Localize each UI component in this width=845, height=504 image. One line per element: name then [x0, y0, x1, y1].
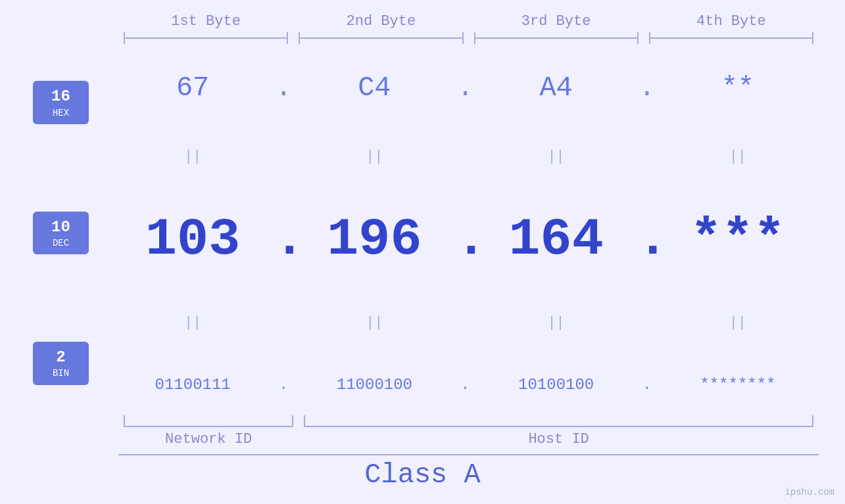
bottom-bracket-network: [124, 415, 293, 427]
eq2-b2: ||: [293, 315, 455, 331]
bin-b4: ********: [657, 376, 819, 394]
bin-b3: 10100100: [475, 376, 637, 394]
equals-row-1: || || || ||: [112, 147, 819, 167]
hex-dot1: .: [274, 72, 293, 104]
bin-num: 2: [41, 347, 81, 367]
hex-badge: 16 HEX: [33, 81, 89, 124]
eq2-b3: ||: [475, 315, 637, 331]
dec-dot2: .: [456, 210, 475, 269]
dec-b2: 196: [293, 210, 455, 269]
hex-b2: C4: [293, 72, 455, 104]
hex-dot3: .: [637, 72, 657, 104]
hex-row: 67 . C4 . A4 . **: [112, 72, 819, 104]
class-label: Class A: [364, 459, 480, 491]
byte2-header: 2nd Byte: [293, 13, 468, 32]
host-id-label: Host ID: [304, 431, 813, 447]
dec-b4: ***: [657, 210, 819, 269]
equals-row-2: || || || ||: [112, 313, 819, 332]
eq1-b1: ||: [112, 149, 274, 165]
bottom-labels: Network ID Host ID: [26, 431, 819, 447]
network-id-label: Network ID: [124, 431, 293, 447]
bracket-byte3: [474, 32, 639, 44]
hex-dot2: .: [456, 72, 475, 104]
watermark: ipshu.com: [785, 487, 834, 497]
hex-num: 16: [41, 86, 81, 106]
bin-b1: 01100111: [112, 376, 274, 394]
dec-num: 10: [41, 217, 81, 237]
byte3-header: 3rd Byte: [469, 13, 644, 32]
bin-b2: 11000100: [293, 376, 455, 394]
dec-b1: 103: [112, 210, 274, 269]
base-labels: 16 HEX 10 DEC 2 BIN: [26, 51, 112, 415]
bin-name: BIN: [41, 367, 81, 379]
bracket-byte4: [649, 32, 813, 44]
bottom-bracket-host: [304, 415, 813, 427]
eq1-b2: ||: [293, 149, 455, 165]
byte4-header: 4th Byte: [644, 13, 819, 32]
values-grid: 67 . C4 . A4 . ** || || || || 103: [112, 51, 819, 415]
hex-b4: **: [657, 72, 819, 104]
dec-dot1: .: [274, 210, 293, 269]
bin-dot3: .: [637, 376, 657, 394]
eq1-b3: ||: [475, 149, 637, 165]
bin-dot1: .: [274, 376, 293, 394]
class-row: Class A: [26, 454, 819, 491]
hex-name: HEX: [41, 107, 81, 119]
dec-name: DEC: [41, 237, 81, 249]
content-area: 16 HEX 10 DEC 2 BIN 67 . C4 . A4 . **: [26, 51, 819, 415]
byte-headers: 1st Byte 2nd Byte 3rd Byte 4th Byte: [26, 13, 819, 32]
dec-dot3: .: [637, 210, 657, 269]
bin-badge: 2 BIN: [33, 342, 89, 384]
top-brackets: [26, 32, 819, 44]
dec-row: 103 . 196 . 164 . ***: [112, 210, 819, 269]
class-bracket-line: [118, 454, 819, 455]
hex-b1: 67: [112, 72, 274, 104]
bottom-brackets: [26, 415, 819, 427]
main-container: 1st Byte 2nd Byte 3rd Byte 4th Byte 16 H…: [0, 0, 845, 504]
bracket-byte1: [124, 32, 288, 44]
hex-b3: A4: [475, 72, 637, 104]
bin-row: 01100111 . 11000100 . 10100100 . *******…: [112, 376, 819, 394]
bracket-byte2: [299, 32, 463, 44]
eq1-b4: ||: [657, 149, 819, 165]
bin-dot2: .: [456, 376, 475, 394]
dec-badge: 10 DEC: [33, 212, 89, 254]
eq2-b4: ||: [657, 315, 819, 331]
byte1-header: 1st Byte: [118, 13, 293, 32]
eq2-b1: ||: [112, 315, 274, 331]
dec-b3: 164: [475, 210, 637, 269]
